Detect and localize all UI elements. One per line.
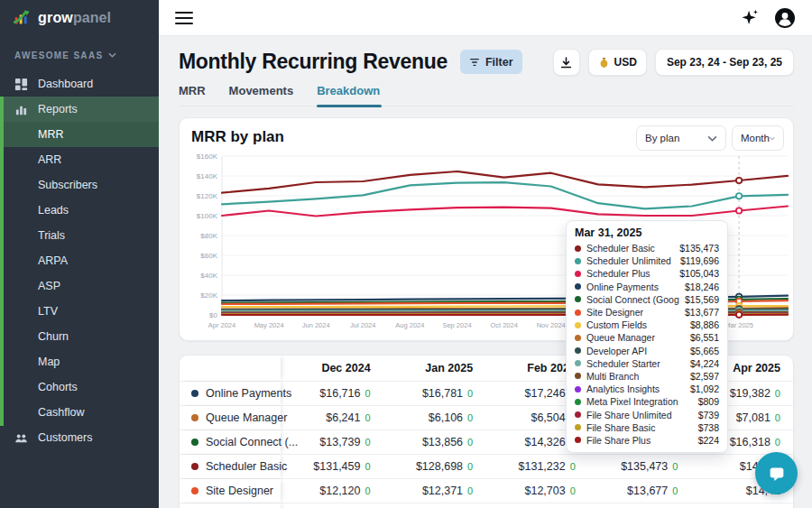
tooltip-series-row: Meta Pixel Integration$809: [575, 395, 719, 408]
series-name: Meta Pixel Integration: [586, 396, 693, 407]
chart-tooltip: Mar 31, 2025 Scheduler Basic$135,473Sche…: [566, 220, 728, 453]
series-color-dot: [191, 414, 198, 421]
value-cell: $12,7030: [485, 479, 588, 503]
sparkle-ai-icon[interactable]: [740, 8, 760, 28]
tooltip-series-row: Scheduler Plus$105,043: [575, 267, 719, 280]
table-row-partial: [180, 503, 793, 508]
sidebar-item-label: Customers: [38, 431, 92, 444]
tab-movements[interactable]: Movements: [229, 81, 294, 106]
group-by-value: By plan: [645, 133, 679, 143]
series-color-dot: [575, 309, 581, 316]
series-value: $8,886: [690, 319, 719, 330]
series-name: Site Designer: [586, 307, 679, 318]
series-color-dot: [575, 245, 581, 252]
tooltip-series-row: Site Designer$13,677: [575, 306, 719, 319]
series-color-dot: [191, 439, 198, 446]
group-by-select[interactable]: By plan: [636, 125, 726, 151]
series-name: File Share Plus: [586, 435, 693, 446]
series-value: $224: [698, 435, 719, 446]
avatar[interactable]: [774, 7, 796, 29]
series-color-dot: [575, 437, 581, 443]
sidebar-item-mrr[interactable]: MRR: [0, 122, 159, 147]
sidebar-nav: Dashboard Reports MRRARRSubscribersLeads…: [0, 71, 159, 450]
svg-text:$80K: $80K: [200, 232, 217, 240]
currency-button[interactable]: USD: [588, 49, 647, 76]
series-color-dot: [575, 271, 581, 277]
series-name: Online Payments: [586, 282, 679, 292]
value-cell: $135,4730: [588, 455, 691, 478]
series-color-dot: [575, 386, 581, 393]
sidebar-item-cashflow[interactable]: Cashflow: [0, 400, 159, 425]
sidebar-item-leads[interactable]: Leads: [0, 198, 159, 223]
logo-text-bold: grow: [38, 10, 73, 25]
download-icon: [559, 56, 573, 69]
value-cell: $6,1060: [383, 406, 486, 429]
tooltip-series-row: Scheduler Basic$135,473: [575, 242, 719, 254]
chevron-down-icon: [770, 135, 775, 142]
workspace-selector[interactable]: AWESOME SAAS: [0, 44, 159, 66]
series-color-dot: [575, 322, 581, 328]
sidebar-item-arpa[interactable]: ARPA: [0, 248, 159, 273]
date-range-label: Sep 23, 24 - Sep 23, 25: [667, 56, 782, 69]
series-color-dot: [575, 335, 581, 341]
menu-toggle-icon[interactable]: [175, 12, 193, 24]
logo[interactable]: growpanel: [0, 0, 159, 36]
sidebar-item-cohorts[interactable]: Cohorts: [0, 374, 159, 400]
sidebar-item-subscribers[interactable]: Subscribers: [0, 172, 159, 198]
series-name: Scheduler Starter: [586, 358, 685, 369]
sidebar-item-customers[interactable]: Customers: [0, 425, 159, 450]
sidebar-item-churn[interactable]: Churn: [0, 324, 159, 349]
series-color-dot: [191, 390, 198, 397]
sidebar-item-reports[interactable]: Reports: [0, 97, 159, 122]
tooltip-series-row: Scheduler Unlimited$119,696: [575, 254, 719, 267]
series-name: Custom Fields: [586, 319, 685, 330]
tooltip-series-row: Online Payments$18,246: [575, 281, 719, 293]
sidebar-item-trials[interactable]: Trials: [0, 223, 159, 248]
sidebar-item-ltv[interactable]: LTV: [0, 299, 159, 324]
series-name: Queue Manager: [586, 332, 685, 343]
filter-button[interactable]: Filter: [460, 50, 522, 74]
series-color-dot: [191, 487, 198, 494]
filter-icon: [469, 57, 480, 68]
logo-text-light: panel: [73, 10, 111, 25]
sidebar-item-arr[interactable]: ARR: [0, 147, 159, 172]
download-button[interactable]: [553, 49, 580, 76]
value-cell: $16,7160: [281, 382, 383, 405]
series-value: $135,473: [679, 243, 719, 254]
tab-mrr[interactable]: MRR: [179, 81, 206, 106]
series-color-dot: [575, 347, 581, 354]
row-label: Online Payments: [180, 382, 281, 405]
interval-select[interactable]: Month: [732, 125, 784, 151]
page-title: Monthly Recurring Revenue: [179, 50, 448, 74]
svg-text:May 2024: May 2024: [254, 321, 284, 329]
svg-text:Oct 2024: Oct 2024: [490, 321, 517, 329]
dashboard-icon: [14, 77, 29, 91]
chart-title: MRR by plan: [191, 128, 284, 146]
svg-text:Nov 2024: Nov 2024: [537, 321, 566, 329]
sidebar-item-map[interactable]: Map: [0, 349, 159, 374]
tooltip-series-row: Scheduler Starter$4,224: [575, 357, 719, 370]
chat-launcher-button[interactable]: [755, 452, 798, 494]
sidebar-item-asp[interactable]: ASP: [0, 273, 159, 299]
value-cell: $12,1200: [281, 479, 383, 503]
value-cell: $12,3710: [383, 479, 486, 503]
series-name: Developer API: [586, 346, 685, 356]
column-header-dec-2024: Dec 2024: [281, 356, 383, 381]
series-value: $809: [698, 396, 719, 407]
tooltip-series-row: Social Connect (Google)$15,569: [575, 293, 719, 306]
tab-breakdown[interactable]: Breakdown: [317, 81, 380, 106]
row-label: Site Designer: [180, 479, 281, 503]
sidebar: growpanel AWESOME SAAS Dashboard: [0, 0, 159, 508]
reports-submenu: MRRARRSubscribersLeadsTrialsARPAASPLTVCh…: [0, 122, 159, 425]
date-range-button[interactable]: Sep 23, 24 - Sep 23, 25: [655, 49, 794, 76]
sidebar-item-dashboard[interactable]: Dashboard: [0, 71, 159, 97]
svg-text:Apr 2024: Apr 2024: [208, 321, 235, 329]
column-header-jan-2025: Jan 2025: [383, 356, 486, 381]
value-cell: $131,4590: [281, 455, 383, 478]
tooltip-series-row: File Share Unlimited$739: [575, 408, 719, 420]
svg-text:$120K: $120K: [197, 192, 218, 200]
series-name: Multi Branch: [586, 371, 685, 382]
series-name: Scheduler Unlimited: [586, 255, 675, 266]
series-color-dot: [575, 399, 581, 405]
interval-value: Month: [741, 133, 770, 143]
